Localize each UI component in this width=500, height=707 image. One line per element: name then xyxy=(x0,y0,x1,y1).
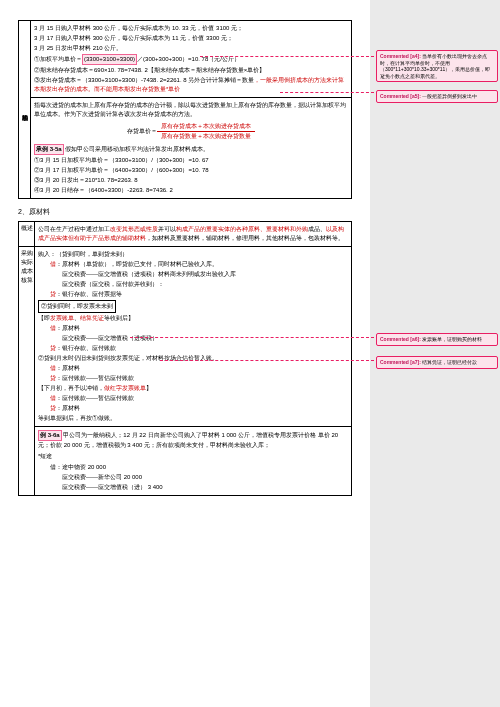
lower-content: 指每次进货的成本加上原有库存存货的成本的合计额，除以每次进货数量加上原有存货的库… xyxy=(31,98,352,199)
upper-content: 3 月 15 日购入甲材料 300 公斤，每公斤实际成本为 10. 33 元，价… xyxy=(31,21,352,98)
p6: 借：原材料 xyxy=(38,324,348,333)
p3a: 应交税费（应交税，应付款并收到）： xyxy=(38,280,348,289)
example-3-5a: 承例 3-5a 假如甲公司采用移动加权平均法计算发出原材料成本。 xyxy=(34,144,348,155)
p1: 借：原材料（单货款），即货款已支付，同时材料已验收入库。 xyxy=(38,260,348,269)
highlight-formula: (3300+3100+3300) xyxy=(82,54,137,65)
overview-text: 公司在生产过程中通过加工改变其形态或性质并可以构成产品的重要实体的各种原料、重要… xyxy=(38,225,348,243)
formula: 存货单价＝ 原有存货成本＋本次购进存货成本 原有存货数量＋本次购进存货数量 xyxy=(34,122,348,141)
document-page: 移动加权平均法 3 月 15 日购入甲材料 300 公斤，每公斤实际成本为 10… xyxy=(0,0,370,707)
overview-content: 公司在生产过程中通过加工改变其形态或性质并可以构成产品的重要实体的各种原料、重要… xyxy=(35,222,352,247)
p13: 借：应付账款——暂估应付账款 xyxy=(38,394,348,403)
ex4: ④3 月 20 日结存＝（6400+3300）-2263. 8=7436. 2 xyxy=(34,186,348,195)
comment-sidebar: Commented [a4]: 当单价有小数出现并舍去余点时，在计算平均单价时，… xyxy=(370,0,500,707)
para1: 指每次进货的成本加上原有库存存货的成本的合计额，除以每次进货数量加上原有存货的库… xyxy=(34,101,348,119)
p-intro: 购入：（货到同时，单到货未到） xyxy=(38,250,348,259)
p5r: 【即发票账单、结算凭证等收到后】 xyxy=(38,314,348,323)
table-moving-average: 移动加权平均法 3 月 15 日购入甲材料 300 公斤，每公斤实际成本为 10… xyxy=(18,20,352,199)
ex36: 例 3-6a 甲公司为一般纳税人；12 月 22 日向新华公司购入了甲材料 1 … xyxy=(38,430,348,450)
line2: 3 月 17 日购入甲材料 300 公斤，每公斤实际成本为 11 元，价值 33… xyxy=(34,34,348,43)
ex3: ③3 月 20 日发出＝210*10. 78=2263. 8 xyxy=(34,176,348,185)
calc2: ②期末结存存货成本＝690×10. 78=7438. 2【期末结存成本＝期末结存… xyxy=(34,66,348,75)
j1: 借：途中物资 20 000 xyxy=(38,463,348,472)
note-short: *短途 xyxy=(38,452,52,461)
row-label-purchase: 采购实际成本核算 xyxy=(19,247,35,496)
comment-a4[interactable]: Commented [a4]: 当单价有小数出现并舍去余点时，在计算平均单价时，… xyxy=(376,50,498,82)
p12: 【下月初，再予以冲销，做红字发票账单】 xyxy=(38,384,348,393)
comment-connector-2 xyxy=(280,92,374,93)
p4: 贷：银行存款、应付票据等 xyxy=(38,290,348,299)
ex1: ①3 月 15 日加权平均单价＝（3300+3100）/（300+300）=10… xyxy=(34,156,348,165)
line3: 3 月 25 日发出甲材料 210 公斤。 xyxy=(34,44,348,53)
ex2: ②3 月 17 日加权平均单价＝（6400+3300）/（600+300）=10… xyxy=(34,166,348,175)
p7: 应交税费——应交增值税（进项税） xyxy=(38,334,348,343)
table-raw-materials: 概述 公司在生产过程中通过加工改变其形态或性质并可以构成产品的重要实体的各种原料… xyxy=(18,221,352,496)
example-3-6a: 例 3-6a 甲公司为一般纳税人；12 月 22 日向新华公司购入了甲材料 1 … xyxy=(35,427,352,496)
j3: 应交税费——应交增值税（进） 3 400 xyxy=(38,483,348,492)
row-label-overview: 概述 xyxy=(19,222,35,247)
comment-a6[interactable]: Commented [a6]: 发票账单，证明购买的材料 xyxy=(376,333,498,346)
comment-connector-4 xyxy=(160,360,374,361)
p11: 贷：应付账款——暂估应付账款 xyxy=(38,374,348,383)
comment-a7[interactable]: Commented [a7]: 结算凭证，证明已经付款 xyxy=(376,356,498,369)
section-2-title: 2、原材料 xyxy=(18,207,352,217)
p5: ②货到同时，即发票未未到 xyxy=(38,300,348,313)
p2: 应交税费——应交增值税（进项税）材料商未列明或发出验收入库 xyxy=(38,270,348,279)
row-label-moving-avg: 移动加权平均法 xyxy=(19,21,31,199)
line1: 3 月 15 日购入甲材料 300 公斤，每公斤实际成本为 10. 33 元，价… xyxy=(34,24,348,33)
j2: 应交税费——新华公司 20 000 xyxy=(38,473,348,482)
p9: ②货到月末时仍旧未到货则按发票凭证，对材料按场合估价暂入账。 xyxy=(38,354,348,363)
p8: 贷：银行存款、应付账款 xyxy=(38,344,348,353)
p10: 借：原材料 xyxy=(38,364,348,373)
p15: 等到单据到后，再按①做账。 xyxy=(38,414,348,423)
p14: 贷：原材料 xyxy=(38,404,348,413)
comment-connector-3 xyxy=(130,337,374,338)
comment-connector-1 xyxy=(200,56,374,57)
comment-a5[interactable]: Commented [a5]: 一般把差异倒挤到发出中 xyxy=(376,90,498,103)
